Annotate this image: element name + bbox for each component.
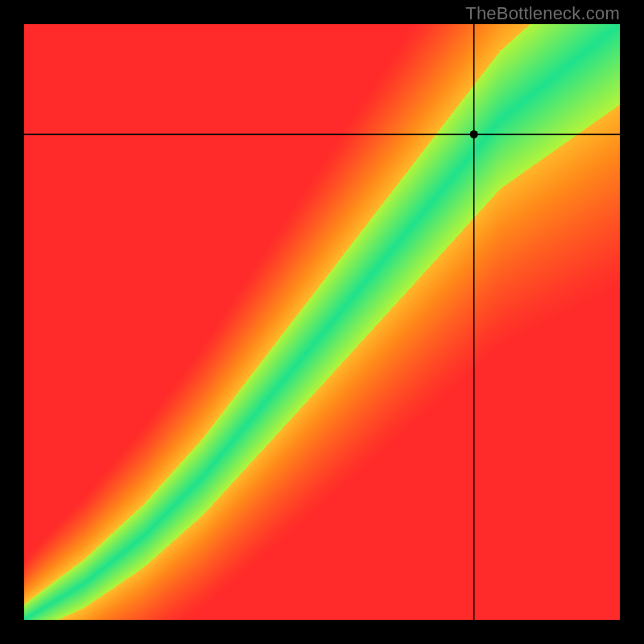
heatmap-canvas	[24, 24, 620, 620]
watermark-text: TheBottleneck.com	[465, 3, 620, 24]
